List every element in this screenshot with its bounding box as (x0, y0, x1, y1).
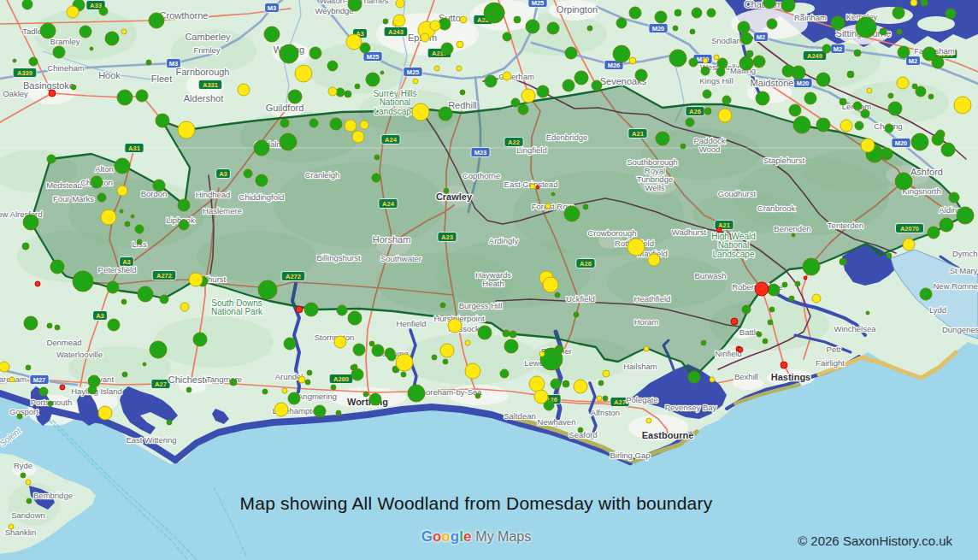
woodland-marker-green[interactable] (21, 473, 26, 478)
woodland-marker-green[interactable] (686, 118, 694, 127)
woodland-marker-red[interactable] (738, 347, 743, 352)
woodland-marker-green[interactable] (840, 98, 846, 105)
woodland-marker-green[interactable] (374, 155, 380, 160)
woodland-marker-green[interactable] (847, 71, 854, 78)
woodland-marker-green[interactable] (563, 80, 574, 91)
woodland-marker-yellow[interactable] (703, 58, 708, 63)
woodland-marker-green[interactable] (688, 371, 700, 383)
woodland-marker-yellow[interactable] (545, 203, 551, 209)
woodland-marker-green[interactable] (603, 396, 608, 401)
woodland-marker-yellow[interactable] (334, 336, 346, 348)
woodland-marker-green[interactable] (443, 359, 448, 364)
woodland-marker-green[interactable] (26, 365, 31, 370)
woodland-marker-green[interactable] (156, 114, 169, 127)
woodland-marker-green[interactable] (769, 307, 775, 312)
woodland-marker-green[interactable] (854, 50, 861, 56)
woodland-marker-green[interactable] (307, 370, 312, 375)
woodland-marker-green[interactable] (47, 155, 56, 163)
woodland-marker-green[interactable] (690, 29, 695, 34)
woodland-marker-green[interactable] (822, 44, 831, 53)
woodland-marker-green[interactable] (669, 50, 686, 67)
woodland-marker-yellow[interactable] (710, 377, 715, 382)
woodland-marker-yellow[interactable] (26, 480, 31, 485)
woodland-marker-green[interactable] (146, 60, 151, 65)
woodland-marker-green[interactable] (475, 393, 480, 398)
woodland-marker-green[interactable] (39, 387, 48, 396)
woodland-marker-yellow[interactable] (460, 16, 467, 23)
woodland-marker-green[interactable] (331, 385, 336, 390)
woodland-marker-green[interactable] (689, 58, 698, 67)
woodland-marker-red[interactable] (296, 306, 303, 313)
woodland-marker-yellow[interactable] (413, 79, 418, 84)
woodland-marker-green[interactable] (704, 108, 711, 115)
woodland-marker-green[interactable] (280, 133, 297, 150)
woodland-marker-green[interactable] (408, 385, 425, 402)
woodland-marker-yellow[interactable] (393, 15, 405, 27)
woodland-marker-yellow[interactable] (903, 239, 915, 251)
woodland-marker-green[interactable] (17, 414, 22, 419)
woodland-marker-green[interactable] (478, 326, 492, 339)
woodland-marker-green[interactable] (440, 303, 445, 308)
woodland-marker-green[interactable] (895, 173, 912, 190)
woodland-marker-green[interactable] (369, 341, 374, 346)
woodland-marker-green[interactable] (701, 67, 710, 75)
woodland-marker-green[interactable] (314, 405, 326, 417)
woodland-marker-green[interactable] (717, 58, 728, 68)
woodland-marker-yellow[interactable] (178, 121, 195, 139)
woodland-marker-green[interactable] (50, 260, 64, 274)
woodland-marker-green[interactable] (840, 258, 846, 265)
woodland-marker-green[interactable] (564, 206, 580, 221)
woodland-marker-green[interactable] (137, 239, 142, 245)
woodland-marker-green[interactable] (757, 332, 762, 337)
woodland-marker-green[interactable] (722, 96, 731, 104)
woodland-marker-green[interactable] (55, 325, 60, 330)
woodland-marker-green[interactable] (503, 330, 510, 337)
woodland-marker-red[interactable] (60, 385, 65, 390)
woodland-marker-green[interactable] (738, 21, 750, 33)
woodland-marker-yellow[interactable] (421, 33, 429, 42)
woodland-marker-yellow[interactable] (529, 376, 545, 392)
woodland-marker-green[interactable] (372, 174, 380, 182)
woodland-marker-green[interactable] (288, 392, 300, 404)
woodland-marker-green[interactable] (616, 18, 627, 28)
woodland-marker-green[interactable] (160, 295, 168, 304)
woodland-marker-green[interactable] (763, 0, 775, 9)
woodland-marker-green[interactable] (363, 392, 368, 397)
woodland-marker-yellow[interactable] (396, 354, 413, 371)
woodland-marker-green[interactable] (921, 0, 928, 6)
woodland-marker-green[interactable] (803, 258, 820, 275)
woodland-marker-green[interactable] (336, 88, 345, 97)
map-canvas[interactable]: A33A339A331A3A3A3A3A243A217A22A22A249A29… (0, 0, 978, 560)
woodland-marker-green[interactable] (511, 98, 520, 107)
woodland-marker-yellow[interactable] (0, 362, 9, 372)
woodland-marker-yellow[interactable] (189, 273, 203, 286)
woodland-marker-yellow[interactable] (812, 294, 821, 303)
woodland-marker-green[interactable] (792, 233, 795, 237)
woodland-marker-green[interactable] (304, 303, 318, 316)
woodland-marker-green[interactable] (551, 192, 555, 196)
woodland-marker-yellow[interactable] (117, 186, 127, 196)
woodland-marker-green[interactable] (178, 199, 190, 211)
woodland-marker-yellow[interactable] (434, 66, 439, 71)
woodland-marker-green[interactable] (707, 9, 716, 17)
woodland-marker-green[interactable] (492, 7, 504, 19)
woodland-marker-green[interactable] (309, 47, 321, 59)
woodland-marker-green[interactable] (327, 61, 338, 71)
woodland-marker-yellow[interactable] (440, 344, 454, 357)
woodland-marker-yellow[interactable] (597, 396, 602, 401)
woodland-marker-green[interactable] (121, 299, 127, 304)
woodland-marker-green[interactable] (897, 29, 902, 34)
woodland-marker-green[interactable] (256, 174, 268, 186)
woodland-marker-green[interactable] (23, 215, 38, 230)
woodland-marker-green[interactable] (353, 344, 365, 356)
woodland-marker-green[interactable] (244, 169, 252, 178)
woodland-marker-green[interactable] (143, 363, 146, 366)
woodland-marker-yellow[interactable] (648, 254, 660, 266)
woodland-marker-green[interactable] (574, 71, 588, 85)
woodland-marker-green[interactable] (504, 339, 518, 353)
woodland-marker-green[interactable] (792, 66, 805, 80)
woodland-marker-green[interactable] (88, 375, 100, 387)
woodland-marker-green[interactable] (179, 220, 189, 230)
woodland-marker-yellow[interactable] (714, 55, 719, 60)
woodland-marker-green[interactable] (439, 107, 452, 121)
